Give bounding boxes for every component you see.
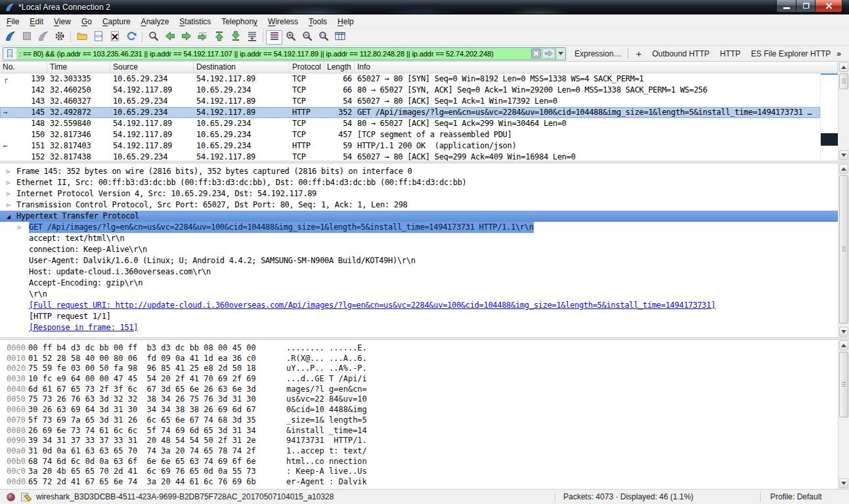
menu-statistics[interactable]: Statistics: [174, 15, 216, 28]
add-filter-button[interactable]: +: [630, 48, 647, 59]
detail-line-1[interactable]: ▷Ethernet II, Src: 00:ff:b3:d3:dc:bb (00…: [0, 177, 849, 188]
packet-row-148[interactable]: 14832.55984054.192.117.8910.65.29.234TCP…: [0, 118, 820, 129]
detail-line-12[interactable]: [Full request URI: http://update-cloud.i…: [0, 300, 849, 311]
scroll-up-button[interactable]: [839, 341, 848, 350]
detail-link[interactable]: [Response in frame: 151]: [29, 322, 138, 333]
filter-expression-text[interactable]: : == 80) && (ip.addr == 103.235.46.231 |…: [17, 50, 531, 58]
filter-shortcut-outbound-http[interactable]: Outbound HTTP: [647, 49, 714, 58]
detail-line-3[interactable]: ▷Transmission Control Protocol, Src Port…: [0, 200, 849, 211]
detail-link[interactable]: [Full request URI: http://update-cloud.i…: [29, 300, 716, 311]
expand-icon[interactable]: ▷: [7, 188, 10, 200]
zoom-original-button[interactable]: 1:1: [315, 30, 332, 45]
packet-row-145[interactable]: →14532.49287210.65.29.23454.192.117.89HT…: [0, 107, 820, 118]
clear-filter-button[interactable]: [531, 49, 541, 58]
filter-overflow-chevron[interactable]: »: [837, 49, 846, 58]
hex-row-00b0[interactable]: 00b068 74 6d 6c 0d 0a 63 6f 6e 6e 65 63 …: [0, 457, 849, 467]
go-last-button[interactable]: [227, 30, 244, 45]
zoom-out-button[interactable]: [299, 30, 315, 45]
start-capture-button[interactable]: [2, 30, 18, 45]
menu-file[interactable]: File: [1, 15, 24, 28]
column-header-no[interactable]: No.: [0, 62, 47, 73]
detail-line-13[interactable]: [HTTP request 1/1]: [0, 311, 849, 322]
hex-row-0000[interactable]: 000000 ff b4 d3 dc bb 00 ff b3 d3 dc bb …: [0, 343, 849, 354]
detail-line-11[interactable]: \r\n: [0, 289, 849, 300]
menu-view[interactable]: View: [49, 15, 76, 28]
profile-indicator[interactable]: Profile: Default: [765, 492, 842, 501]
scrollbar-thumb[interactable]: [839, 74, 848, 89]
expand-icon[interactable]: ▷: [7, 200, 10, 211]
save-file-button[interactable]: 010: [90, 30, 106, 45]
menu-edit[interactable]: Edit: [24, 15, 49, 28]
column-header-protocol[interactable]: Protocol: [290, 62, 324, 73]
detail-line-14[interactable]: [Response in frame: 151]: [0, 322, 849, 333]
detail-line-7[interactable]: connection: Keep-Alive\r\n: [0, 244, 849, 255]
restore-button[interactable]: [796, 0, 815, 12]
scroll-up-button[interactable]: [839, 164, 848, 174]
column-header-source[interactable]: Source: [110, 62, 194, 73]
hex-row-00c0[interactable]: 00c03a 20 4b 65 65 70 2d 41 6c 69 76 65 …: [0, 467, 849, 477]
detail-line-0[interactable]: ▷Frame 145: 352 bytes on wire (2816 bits…: [0, 166, 849, 177]
scroll-down-button[interactable]: [839, 327, 848, 337]
hex-row-0030[interactable]: 003010 fc e9 64 00 00 47 45 54 20 2f 41 …: [0, 374, 849, 385]
hex-row-0020[interactable]: 002075 59 fe 03 00 50 fa 98 96 85 41 25 …: [0, 364, 849, 374]
detail-line-2[interactable]: ▷Internet Protocol Version 4, Src: 10.65…: [0, 188, 849, 200]
detail-line-6[interactable]: accept: text/html\r\n: [0, 233, 849, 244]
packet-row-150[interactable]: 15032.81734654.192.117.8910.65.29.234TCP…: [0, 129, 820, 140]
capture-options-button[interactable]: [51, 30, 68, 45]
detail-line-8[interactable]: User-Agent: Dalvik/1.6.0 (Linux; U; Andr…: [0, 255, 849, 266]
go-forward-button[interactable]: [178, 30, 194, 45]
stop-capture-button[interactable]: [18, 30, 35, 45]
scroll-down-button[interactable]: [839, 478, 848, 488]
hex-row-0050[interactable]: 005075 73 26 76 63 3d 32 32 38 34 26 75 …: [0, 394, 849, 405]
packet-row-143[interactable]: 14332.46032710.65.29.23454.192.117.89TCP…: [0, 96, 820, 107]
bytes-scrollbar[interactable]: [838, 340, 849, 489]
reload-file-button[interactable]: [123, 30, 139, 45]
hex-row-0070[interactable]: 00705f 73 69 7a 65 3d 31 26 6c 65 6e 67 …: [0, 415, 849, 426]
go-back-button[interactable]: [162, 30, 178, 45]
column-header-info[interactable]: Info: [355, 62, 838, 73]
filter-shortcut-es-file-explorer-http[interactable]: ES File Explorer HTTP: [746, 49, 836, 58]
auto-scroll-button[interactable]: [244, 30, 260, 45]
hex-row-00a0[interactable]: 00a031 0d 0a 61 63 63 65 70 74 3a 20 74 …: [0, 446, 849, 457]
hex-row-0080[interactable]: 008026 69 6e 73 74 61 6c 6c 5f 74 69 6d …: [0, 426, 849, 436]
go-to-packet-button[interactable]: [194, 30, 211, 45]
column-header-length[interactable]: Length: [324, 62, 355, 73]
filter-history-dropdown[interactable]: [555, 48, 565, 60]
detail-line-10[interactable]: Accept-Encoding: gzip\r\n: [0, 278, 849, 289]
detail-scrollbar[interactable]: [838, 163, 849, 337]
scrollbar-thumb[interactable]: [839, 175, 848, 324]
packet-row-139[interactable]: ┌13932.30333510.65.29.23454.192.117.89TC…: [0, 74, 820, 85]
hex-row-0060[interactable]: 006030 26 63 69 64 3d 31 30 34 34 38 38 …: [0, 405, 849, 415]
packet-list-scrollbar[interactable]: [838, 62, 849, 161]
menu-analyze[interactable]: Analyze: [136, 15, 175, 28]
expand-icon[interactable]: ▷: [7, 177, 10, 188]
menu-wireless[interactable]: Wireless: [263, 15, 303, 28]
menu-telephony[interactable]: Telephony: [216, 15, 263, 28]
detail-line-9[interactable]: Host: update-cloud.i.360overseas.com\r\n: [0, 266, 849, 278]
scroll-up-button[interactable]: [839, 62, 848, 72]
resize-columns-button[interactable]: [332, 30, 348, 45]
capture-file-name[interactable]: wireshark_B3D3DCBB-4511-423A-9699-B2DB75…: [36, 492, 334, 501]
restart-capture-button[interactable]: [35, 30, 51, 45]
packet-row-142[interactable]: 14232.46025054.192.117.8910.65.29.234TCP…: [0, 85, 820, 96]
scrollbar-thumb[interactable]: [839, 352, 848, 417]
column-header-time[interactable]: Time: [47, 62, 110, 73]
menu-go[interactable]: Go: [76, 15, 97, 28]
hex-row-0040[interactable]: 00406d 61 67 65 73 2f 3f 6c 67 3d 65 6e …: [0, 385, 849, 395]
capture-comment-icon[interactable]: [21, 493, 28, 501]
scroll-down-button[interactable]: [839, 150, 848, 160]
close-file-button[interactable]: [106, 30, 123, 45]
close-button[interactable]: [815, 0, 842, 12]
hex-row-0010[interactable]: 001001 52 28 58 40 00 80 06 fd 09 0a 41 …: [0, 354, 849, 364]
detail-line-4[interactable]: ◢Hypertext Transfer Protocol: [0, 211, 849, 222]
menu-help[interactable]: Help: [332, 15, 359, 28]
filter-bookmark-button[interactable]: [3, 48, 17, 60]
hex-row-00d0[interactable]: 00d065 72 2d 41 67 65 6e 74 3a 20 44 61 …: [0, 477, 849, 488]
menu-capture[interactable]: Capture: [97, 15, 136, 28]
hex-row-0090[interactable]: 009039 34 31 37 33 37 33 31 20 48 54 54 …: [0, 436, 849, 446]
collapse-icon[interactable]: ◢: [7, 211, 11, 222]
go-first-button[interactable]: [211, 30, 227, 45]
expand-icon[interactable]: ▷: [7, 166, 10, 177]
detail-line-5[interactable]: ▷GET /Api/images/?lg=en&cn=us&vc=2284&uv…: [0, 222, 849, 233]
apply-filter-button[interactable]: [542, 49, 555, 58]
